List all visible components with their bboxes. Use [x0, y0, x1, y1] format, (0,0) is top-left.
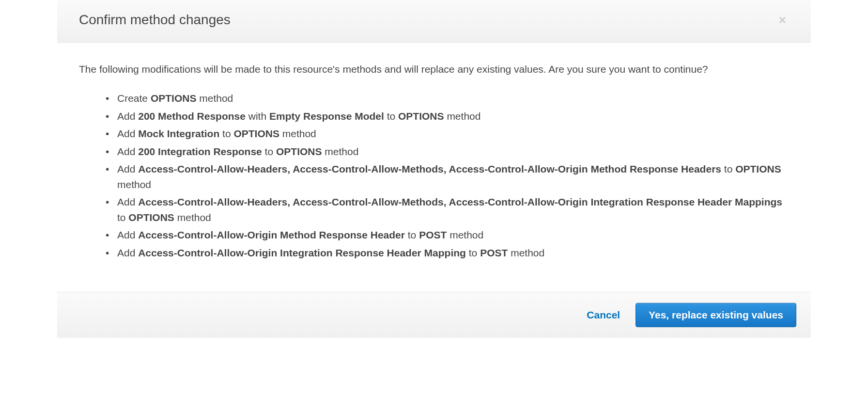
modifications-list: Create OPTIONS methodAdd 200 Method Resp… — [79, 91, 789, 260]
modal-footer: Cancel Yes, replace existing values — [57, 292, 811, 338]
list-item: Add Access-Control-Allow-Origin Method R… — [106, 227, 789, 243]
cancel-button[interactable]: Cancel — [583, 306, 624, 324]
confirm-button[interactable]: Yes, replace existing values — [636, 303, 796, 327]
intro-text: The following modifications will be made… — [79, 62, 789, 76]
list-item: Create OPTIONS method — [106, 91, 789, 106]
list-item: Add Access-Control-Allow-Origin Integrat… — [106, 245, 789, 261]
close-icon[interactable]: × — [776, 14, 789, 26]
list-item: Add Access-Control-Allow-Headers, Access… — [106, 161, 789, 192]
list-item: Add Access-Control-Allow-Headers, Access… — [106, 194, 789, 225]
modal-header: Confirm method changes × — [57, 0, 811, 43]
modal-title: Confirm method changes — [79, 12, 231, 28]
list-item: Add 200 Integration Response to OPTIONS … — [106, 144, 789, 159]
modal-body: The following modifications will be made… — [57, 43, 811, 292]
confirm-method-changes-dialog: Confirm method changes × The following m… — [57, 0, 811, 338]
list-item: Add Mock Integration to OPTIONS method — [106, 126, 789, 142]
list-item: Add 200 Method Response with Empty Respo… — [106, 109, 789, 124]
